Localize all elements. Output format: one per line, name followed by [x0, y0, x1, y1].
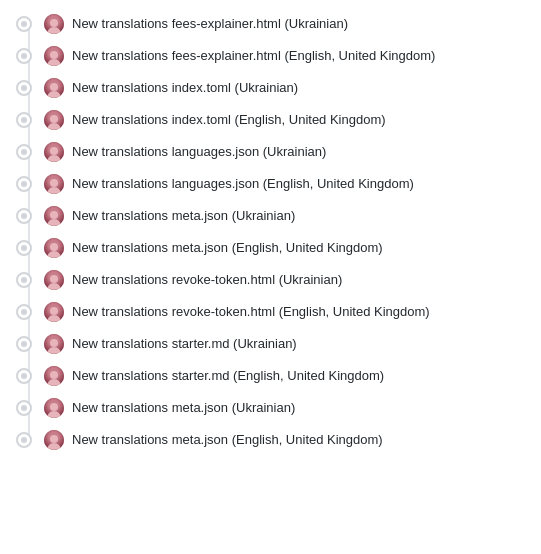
timeline-item: New translations revoke-token.html (Engl… [0, 296, 541, 328]
avatar [44, 78, 64, 98]
commit-icon [16, 176, 32, 192]
timeline-item: New translations revoke-token.html (Ukra… [0, 264, 541, 296]
avatar [44, 110, 64, 130]
commit-message[interactable]: New translations languages.json (English… [72, 175, 414, 193]
commit-icon [16, 272, 32, 288]
commit-message[interactable]: New translations fees-explainer.html (En… [72, 47, 435, 65]
timeline-item: New translations meta.json (English, Uni… [0, 424, 541, 456]
commit-message[interactable]: New translations revoke-token.html (Engl… [72, 303, 430, 321]
commit-icon [16, 368, 32, 384]
timeline-item: New translations languages.json (Ukraini… [0, 136, 541, 168]
avatar [44, 46, 64, 66]
avatar [44, 398, 64, 418]
commit-message[interactable]: New translations index.toml (Ukrainian) [72, 79, 298, 97]
commit-icon [16, 400, 32, 416]
commit-message[interactable]: New translations languages.json (Ukraini… [72, 143, 326, 161]
commit-message[interactable]: New translations starter.md (English, Un… [72, 367, 384, 385]
commit-icon [16, 144, 32, 160]
timeline-item: New translations meta.json (English, Uni… [0, 232, 541, 264]
timeline-item: New translations meta.json (Ukrainian) [0, 200, 541, 232]
commit-message[interactable]: New translations meta.json (English, Uni… [72, 239, 383, 257]
commit-message[interactable]: New translations meta.json (Ukrainian) [72, 399, 295, 417]
timeline-item: New translations starter.md (English, Un… [0, 360, 541, 392]
timeline-item: New translations languages.json (English… [0, 168, 541, 200]
timeline-item: New translations fees-explainer.html (Uk… [0, 8, 541, 40]
commit-message[interactable]: New translations meta.json (English, Uni… [72, 431, 383, 449]
avatar [44, 174, 64, 194]
commit-icon [16, 304, 32, 320]
avatar [44, 366, 64, 386]
timeline-item: New translations index.toml (Ukrainian) [0, 72, 541, 104]
commit-icon [16, 112, 32, 128]
avatar [44, 142, 64, 162]
commit-timeline: New translations fees-explainer.html (Uk… [0, 0, 541, 464]
commit-icon [16, 80, 32, 96]
commit-icon [16, 240, 32, 256]
commit-icon [16, 208, 32, 224]
commit-message[interactable]: New translations index.toml (English, Un… [72, 111, 386, 129]
commit-message[interactable]: New translations meta.json (Ukrainian) [72, 207, 295, 225]
avatar [44, 238, 64, 258]
commit-message[interactable]: New translations revoke-token.html (Ukra… [72, 271, 342, 289]
commit-message[interactable]: New translations starter.md (Ukrainian) [72, 335, 297, 353]
avatar [44, 270, 64, 290]
avatar [44, 14, 64, 34]
commit-icon [16, 432, 32, 448]
avatar [44, 302, 64, 322]
avatar [44, 430, 64, 450]
commit-icon [16, 336, 32, 352]
timeline-item: New translations meta.json (Ukrainian) [0, 392, 541, 424]
timeline-item: New translations fees-explainer.html (En… [0, 40, 541, 72]
timeline-item: New translations starter.md (Ukrainian) [0, 328, 541, 360]
commit-message[interactable]: New translations fees-explainer.html (Uk… [72, 15, 348, 33]
avatar [44, 206, 64, 226]
avatar [44, 334, 64, 354]
commit-icon [16, 48, 32, 64]
commit-icon [16, 16, 32, 32]
timeline-item: New translations index.toml (English, Un… [0, 104, 541, 136]
